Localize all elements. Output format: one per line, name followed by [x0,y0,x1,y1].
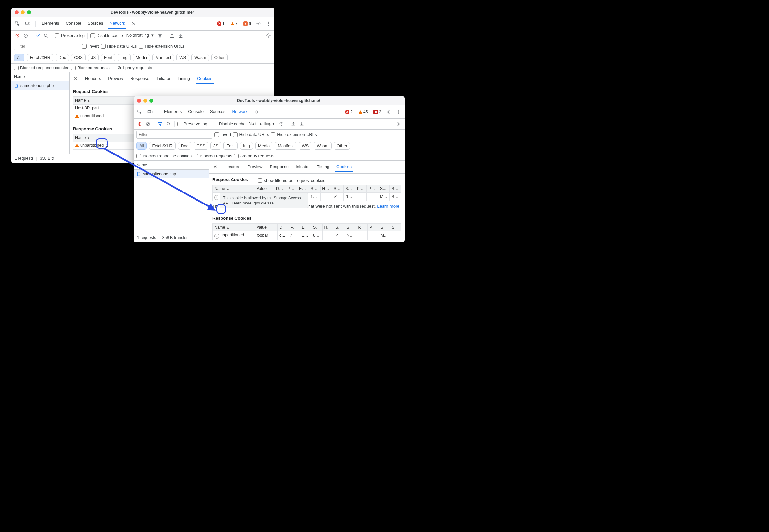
throttling-select[interactable]: No throttling ▾ [247,120,276,128]
filter-input[interactable] [14,43,80,50]
network-conditions-wifi-icon[interactable] [278,121,284,127]
dtab-preview[interactable]: Preview [246,162,264,172]
name-column-header[interactable]: Name [134,161,209,170]
tab-console[interactable]: Console [64,19,82,29]
settings-gear-icon[interactable] [385,109,392,115]
search-icon[interactable] [165,121,172,127]
blocked-response-cookies-checkbox[interactable]: Blocked response cookies [14,65,69,71]
chip-wasm[interactable]: Wasm [191,54,209,62]
tab-sources[interactable]: Sources [209,107,227,117]
tab-console[interactable]: Console [187,107,205,117]
close-window-icon[interactable] [15,10,19,14]
clear-icon[interactable] [22,32,29,39]
kebab-menu-icon[interactable] [265,20,272,27]
dtab-response[interactable]: Response [129,74,151,84]
chip-css[interactable]: CSS [71,54,86,62]
third-party-checkbox[interactable]: 3rd-party requests [112,65,152,71]
network-settings-gear-icon[interactable] [396,121,402,127]
request-row[interactable]: samesitenone.php [11,81,69,90]
dtab-initiator[interactable]: Initiator [155,74,172,84]
tab-elements[interactable]: Elements [40,19,60,29]
throttling-select[interactable]: No throttling ▾ [125,32,155,40]
warning-counter[interactable]: 45 [358,109,367,115]
preserve-log-checkbox[interactable]: Preserve log [177,121,207,127]
close-detail-icon[interactable]: ✕ [72,75,79,82]
issues-counter[interactable]: ■6 [243,21,251,26]
chip-manifest[interactable]: Manifest [152,54,174,62]
table-header[interactable]: NameValueD.P.E.S.H.S.S.P.P.S.S. [213,224,402,231]
traffic-lights[interactable] [15,10,31,14]
invert-checkbox[interactable]: Invert [82,43,99,49]
clear-icon[interactable] [145,121,151,127]
error-counter[interactable]: ✕1 [217,21,225,26]
disable-cache-checkbox[interactable]: Disable cache [90,33,123,39]
network-conditions-wifi-icon[interactable] [157,32,163,39]
name-column-header[interactable]: Name [11,72,69,81]
chip-doc[interactable]: Doc [178,142,191,150]
kebab-menu-icon[interactable] [396,109,402,115]
tab-network[interactable]: Network [231,107,249,117]
chip-js[interactable]: JS [210,142,221,150]
dtab-cookies[interactable]: Cookies [335,162,353,172]
chip-media[interactable]: Media [255,142,272,150]
inspect-icon[interactable] [136,109,143,115]
table-row[interactable]: iunpartitionedfoobarc…/1…6…✓N…M… [213,231,402,240]
chip-fetchxhr[interactable]: Fetch/XHR [149,142,176,150]
record-icon[interactable] [136,121,143,127]
chip-font[interactable]: Font [223,142,238,150]
dtab-timing[interactable]: Timing [176,74,192,84]
preserve-log-checkbox[interactable]: Preserve log [55,33,85,39]
chip-all[interactable]: All [136,142,147,150]
device-toolbar-icon[interactable] [147,109,153,115]
tab-elements[interactable]: Elements [163,107,183,117]
dtab-preview[interactable]: Preview [107,74,124,84]
chip-img[interactable]: Img [240,142,253,150]
filter-funnel-icon[interactable] [157,121,163,127]
more-tabs-chevron-icon[interactable] [253,109,259,115]
hide-data-urls-checkbox[interactable]: Hide data URLs [101,43,137,49]
inspect-icon[interactable] [14,20,20,27]
filter-input[interactable] [136,131,212,139]
table-header[interactable]: NameValueD…P…E…S…H…S…S…P…P…S…S… [213,185,402,193]
blocked-requests-checkbox[interactable]: Blocked requests [193,153,232,159]
chip-ws[interactable]: WS [176,54,189,62]
close-detail-icon[interactable]: ✕ [212,164,218,170]
invert-checkbox[interactable]: Invert [214,132,231,138]
chip-all[interactable]: All [14,54,24,62]
chip-img[interactable]: Img [118,54,130,62]
filter-funnel-icon[interactable] [34,32,41,39]
zoom-window-icon[interactable] [149,99,153,103]
settings-gear-icon[interactable] [255,20,261,27]
chip-fetchxhr[interactable]: Fetch/XHR [27,54,53,62]
warning-counter[interactable]: 7 [230,21,238,26]
download-har-icon[interactable] [177,32,184,39]
hide-extension-urls-checkbox[interactable]: Hide extension URLs [139,43,184,49]
chip-js[interactable]: JS [88,54,99,62]
dtab-timing[interactable]: Timing [316,162,331,172]
search-icon[interactable] [43,32,49,39]
more-tabs-chevron-icon[interactable] [130,20,137,27]
dtab-headers[interactable]: Headers [223,162,242,172]
disable-cache-checkbox[interactable]: Disable cache [213,121,245,127]
error-counter[interactable]: ✕2 [345,109,353,115]
learn-more-link[interactable]: Learn more [377,204,400,209]
record-icon[interactable] [14,32,20,39]
blocked-requests-checkbox[interactable]: Blocked requests [71,65,110,71]
chip-media[interactable]: Media [133,54,150,62]
chip-other[interactable]: Other [211,54,228,62]
traffic-lights[interactable] [137,99,153,103]
chip-manifest[interactable]: Manifest [275,142,296,150]
device-toolbar-icon[interactable] [24,20,31,27]
chip-font[interactable]: Font [101,54,115,62]
minimize-window-icon[interactable] [143,99,147,103]
chip-wasm[interactable]: Wasm [314,142,331,150]
show-filtered-checkbox[interactable]: show filtered out request cookies [258,178,325,184]
tab-sources[interactable]: Sources [86,19,105,29]
dtab-cookies[interactable]: Cookies [196,74,214,84]
issues-counter[interactable]: ■3 [373,109,381,115]
hide-data-urls-checkbox[interactable]: Hide data URLs [233,132,269,138]
download-har-icon[interactable] [298,121,305,127]
blocked-response-cookies-checkbox[interactable]: Blocked response cookies [136,153,192,159]
dtab-response[interactable]: Response [268,162,290,172]
chip-other[interactable]: Other [334,142,350,150]
